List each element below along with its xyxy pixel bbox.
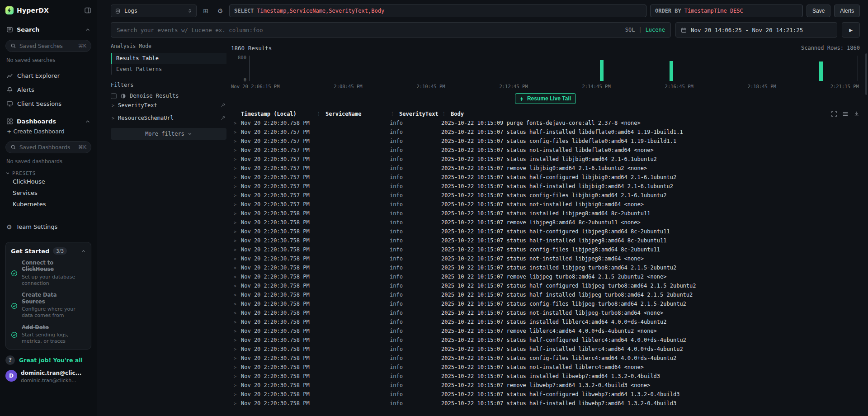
run-query-button[interactable]: ▶ <box>842 22 860 38</box>
tab-event-patterns[interactable]: Event Patterns <box>111 64 226 75</box>
sidebar-item-chart-explorer[interactable]: Chart Explorer <box>5 69 91 83</box>
row-expand-icon[interactable]: > <box>231 284 241 288</box>
table-row[interactable]: > Nov 20 2:20:30.757 PM info 2025-10-22 … <box>231 173 860 182</box>
search-input[interactable] <box>117 27 622 33</box>
table-row[interactable]: > Nov 20 2:20:30.758 PM info 2025-10-22 … <box>231 263 860 272</box>
table-row[interactable]: > Nov 20 2:20:30.758 PM info 2025-10-22 … <box>231 272 860 281</box>
table-row[interactable]: > Nov 20 2:20:30.758 PM info 2025-10-22 … <box>231 326 860 336</box>
row-expand-icon[interactable]: > <box>231 329 241 334</box>
resume-live-tail-button[interactable]: Resume Live Tail <box>515 93 576 104</box>
get-started-item[interactable]: Create Data Sources Configure where your… <box>11 292 86 319</box>
sidebar-item-alerts[interactable]: Alerts <box>5 83 91 97</box>
pin-icon[interactable] <box>220 103 226 108</box>
scrollbar-thumb[interactable] <box>865 53 867 95</box>
sidebar-item-dashboards[interactable]: Dashboards <box>5 117 91 126</box>
row-expand-icon[interactable]: > <box>231 121 241 126</box>
save-button[interactable]: Save <box>807 5 830 17</box>
table-row[interactable]: > Nov 20 2:20:30.758 PM info 2025-10-22 … <box>231 236 860 245</box>
table-row[interactable]: > Nov 20 2:20:30.758 PM info 2025-10-22 … <box>231 227 860 236</box>
sidebar-item-client-sessions[interactable]: Client Sessions <box>5 97 91 111</box>
pin-icon[interactable] <box>220 115 226 121</box>
get-started-item[interactable]: Connect to ClickHouse Set up your databa… <box>11 260 86 287</box>
download-icon[interactable] <box>854 111 860 117</box>
date-range-picker[interactable]: Nov 20 14:06:25 - Nov 20 14:21:25 <box>675 22 837 38</box>
mode-toggle-sql[interactable]: SQL <box>625 27 635 33</box>
row-expand-icon[interactable]: > <box>231 166 241 171</box>
table-row[interactable]: > Nov 20 2:20:30.758 PM info 2025-10-22 … <box>231 345 860 354</box>
table-row[interactable]: > Nov 20 2:20:30.758 PM info 2025-10-22 … <box>231 290 860 299</box>
table-row[interactable]: > Nov 20 2:20:30.758 PM info 2025-10-22 … <box>231 118 860 128</box>
mode-toggle-lucene[interactable]: Lucene <box>646 27 665 33</box>
row-expand-icon[interactable]: > <box>231 401 241 406</box>
row-expand-icon[interactable]: > <box>231 392 241 397</box>
add-source-icon[interactable]: ⊞ <box>200 5 211 17</box>
table-row[interactable]: > Nov 20 2:20:30.758 PM info 2025-10-22 … <box>231 317 860 326</box>
filter-group-resourceschemaurl[interactable]: > ResourceSchemaUrl <box>111 112 226 124</box>
orderby-editor[interactable]: ORDER BY TimestampTime DESC <box>650 5 803 17</box>
column-header-body[interactable]: ⋮Body <box>441 111 860 117</box>
presets-header[interactable]: PRESETS <box>5 170 91 176</box>
sidebar-item-search[interactable]: Search <box>5 25 91 34</box>
table-row[interactable]: > Nov 20 2:20:30.758 PM info 2025-10-22 … <box>231 218 860 227</box>
chart-bar[interactable] <box>670 61 673 81</box>
denoise-results-toggle[interactable]: Denoise Results <box>111 93 226 99</box>
sidebar-collapse-icon[interactable] <box>84 7 91 14</box>
column-separator-icon[interactable]: ⋮ <box>390 111 395 117</box>
row-expand-icon[interactable]: > <box>231 139 241 144</box>
row-expand-icon[interactable]: > <box>231 220 241 225</box>
saved-searches-input[interactable]: Saved Searches ⌘K <box>5 40 91 52</box>
table-row[interactable]: > Nov 20 2:20:30.757 PM info 2025-10-22 … <box>231 182 860 191</box>
row-expand-icon[interactable]: > <box>231 256 241 261</box>
table-row[interactable]: > Nov 20 2:20:30.758 PM info 2025-10-22 … <box>231 245 860 254</box>
table-row[interactable]: > Nov 20 2:20:30.758 PM info 2025-10-22 … <box>231 299 860 308</box>
row-expand-icon[interactable]: > <box>231 293 241 298</box>
row-expand-icon[interactable]: > <box>231 356 241 361</box>
table-row[interactable]: > Nov 20 2:20:30.757 PM info 2025-10-22 … <box>231 164 860 173</box>
table-row[interactable]: > Nov 20 2:20:30.757 PM info 2025-10-22 … <box>231 137 860 146</box>
row-expand-icon[interactable]: > <box>231 347 241 352</box>
table-row[interactable]: > Nov 20 2:20:30.758 PM info 2025-10-22 … <box>231 209 860 218</box>
column-header-timestamp[interactable]: Timestamp (Local) <box>241 111 316 117</box>
help-icon[interactable]: ? <box>5 355 15 365</box>
column-header-severitytext[interactable]: ⋮SeverityText <box>390 111 441 117</box>
row-expand-icon[interactable]: > <box>231 274 241 279</box>
table-row[interactable]: > Nov 20 2:20:30.758 PM info 2025-10-22 … <box>231 381 860 390</box>
sidebar-item-clickhouse[interactable]: ClickHouse <box>5 176 91 187</box>
row-expand-icon[interactable]: > <box>231 229 241 234</box>
chart-bar[interactable] <box>600 60 604 81</box>
row-expand-icon[interactable]: > <box>231 130 241 135</box>
column-separator-icon[interactable]: ⋮ <box>316 111 321 117</box>
source-settings-gear-icon[interactable]: ⚙ <box>215 5 226 17</box>
row-expand-icon[interactable]: > <box>231 157 241 162</box>
row-expand-icon[interactable]: > <box>231 211 241 216</box>
sidebar-item-kubernetes[interactable]: Kubernetes <box>5 199 91 210</box>
row-expand-icon[interactable]: > <box>231 383 241 388</box>
row-expand-icon[interactable]: > <box>231 202 241 207</box>
saved-dashboards-input[interactable]: Saved Dashboards ⌘K <box>5 141 91 153</box>
row-expand-icon[interactable]: > <box>231 374 241 379</box>
columns-icon[interactable] <box>842 111 849 117</box>
create-dashboard-button[interactable]: + Create Dashboard <box>5 126 91 137</box>
table-row[interactable]: > Nov 20 2:20:30.757 PM info 2025-10-22 … <box>231 155 860 164</box>
tab-results-table[interactable]: Results Table <box>111 53 226 64</box>
table-row[interactable]: > Nov 20 2:20:30.758 PM info 2025-10-22 … <box>231 281 860 290</box>
table-row[interactable]: > Nov 20 2:20:30.758 PM info 2025-10-22 … <box>231 372 860 381</box>
chart-plot[interactable] <box>249 56 858 81</box>
column-separator-icon[interactable]: ⋮ <box>441 111 447 117</box>
row-expand-icon[interactable]: > <box>231 320 241 325</box>
row-expand-icon[interactable]: > <box>231 311 241 316</box>
select-query-editor[interactable]: SELECT Timestamp,ServiceName,SeverityTex… <box>229 5 646 17</box>
filter-group-severitytext[interactable]: > SeverityText <box>111 99 226 112</box>
table-row[interactable]: > Nov 20 2:20:30.758 PM info 2025-10-22 … <box>231 390 860 399</box>
row-expand-icon[interactable]: > <box>231 302 241 307</box>
table-row[interactable]: > Nov 20 2:20:30.758 PM info 2025-10-22 … <box>231 308 860 317</box>
table-row[interactable]: > Nov 20 2:20:30.757 PM info 2025-10-22 … <box>231 128 860 137</box>
row-expand-icon[interactable]: > <box>231 338 241 343</box>
user-menu[interactable]: D dominic.tran@clic... dominic.tran@clic… <box>5 370 91 383</box>
denoise-checkbox[interactable] <box>111 93 117 99</box>
row-expand-icon[interactable]: > <box>231 365 241 370</box>
table-row[interactable]: > Nov 20 2:20:30.758 PM info 2025-10-22 … <box>231 363 860 372</box>
row-expand-icon[interactable]: > <box>231 247 241 252</box>
row-expand-icon[interactable]: > <box>231 193 241 198</box>
table-row[interactable]: > Nov 20 2:20:30.757 PM info 2025-10-22 … <box>231 191 860 200</box>
